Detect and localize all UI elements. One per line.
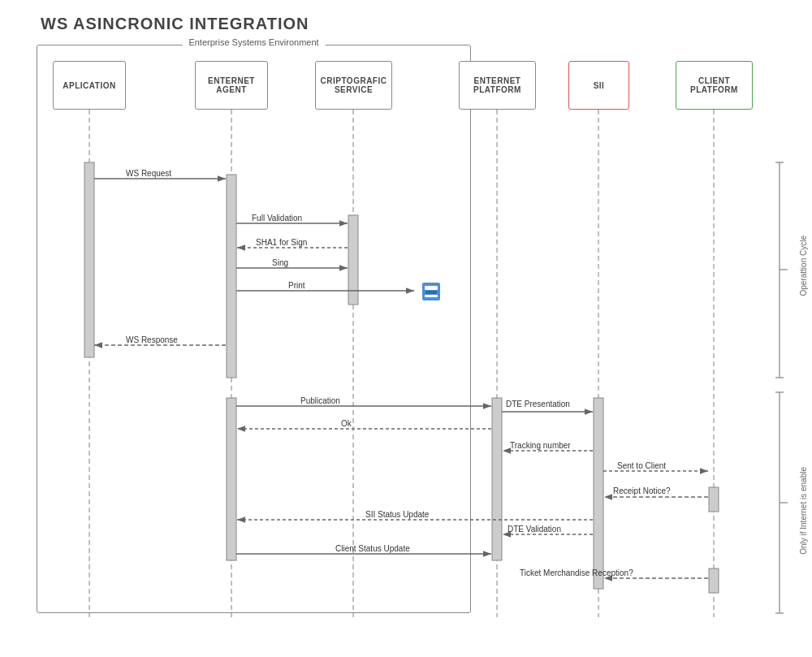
activation-client-platform-ticket	[709, 568, 719, 593]
label-sing: Sing	[272, 258, 288, 267]
page: WS ASINCRONIC INTEGRATION Enterprise Sys…	[0, 0, 812, 657]
label-sent-to-client: Sent to Client	[617, 461, 666, 470]
brace-label-operation-cycle: Operattion Cycle	[799, 236, 808, 296]
label-dte-presentation: DTE Presentation	[506, 400, 570, 408]
print-icon	[422, 283, 440, 300]
enterprise-box: Enterprise Systems Environment	[37, 45, 471, 613]
label-ws-response: WS Response	[126, 335, 178, 344]
label-client-status: Client Status Update	[335, 544, 410, 553]
brace-label-internet-enable: Only if Internet is enable	[799, 467, 808, 555]
label-ws-request: WS Request	[126, 169, 171, 178]
actor-enternet-platform: ENTERNET PLATFORM	[459, 61, 536, 110]
actor-criptografic: CRIPTOGRAFIC SERVICE	[315, 61, 392, 110]
activation-sii-2	[594, 398, 603, 589]
label-sha1-sign: SHA1 for Sign	[256, 238, 307, 247]
label-ticket-reception: Ticket Merchandise Reception?	[520, 568, 633, 577]
label-dte-validation: DTE Validation	[508, 525, 561, 534]
label-publication: Publication	[300, 396, 340, 405]
actor-enternet-agent: ENTERNET AGENT	[195, 61, 268, 110]
page-title: WS ASINCRONIC INTEGRATION	[41, 15, 309, 33]
activation-enternet-platform-2	[492, 398, 502, 560]
enterprise-label: Enterprise Systems Environment	[182, 37, 325, 47]
activation-client-platform-receipt	[709, 487, 719, 512]
label-ok: Ok	[341, 419, 352, 428]
label-sii-status: SII Status Update	[365, 510, 429, 519]
label-tracking: Tracking number	[510, 441, 571, 450]
actor-sii: SII	[568, 61, 629, 110]
label-receipt-notice: Receipt Notice?	[613, 486, 671, 495]
label-full-validation: Full Validation	[252, 214, 302, 223]
actor-aplication: APLICATION	[53, 61, 126, 110]
actor-client-platform: CLIENT PLATFORM	[676, 61, 753, 110]
label-print: Print	[288, 281, 305, 290]
